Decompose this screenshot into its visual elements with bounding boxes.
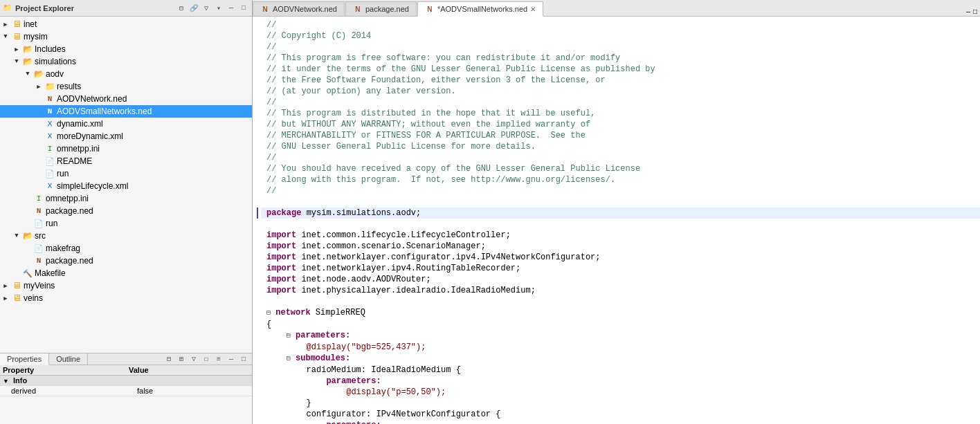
inet-project-icon: 🖥	[11, 19, 22, 30]
filter-icon[interactable]: ▽	[201, 3, 212, 14]
tree-item-omnetppini[interactable]: I omnetpp.ini	[0, 142, 252, 155]
gutter-1	[253, 19, 258, 30]
gutter-28	[253, 319, 258, 330]
tree-item-makefrag[interactable]: 📄 makefrag	[0, 242, 252, 255]
tree-label-simplelifecycle: simpleLifecycle.xml	[57, 181, 128, 191]
prop-icon3[interactable]: ☐	[201, 353, 212, 365]
tree-item-veins[interactable]: ▶ 🖥 veins	[0, 292, 252, 304]
main-container: 📁 Project Explorer ⊟ 🔗 ▽ ▾ — □ ▶ 🖥	[0, 0, 980, 424]
tree-item-aodvnetwork[interactable]: N AODVNetwork.ned	[0, 93, 252, 105]
gutter-18	[253, 208, 258, 219]
prop-icon1[interactable]: ⊟	[163, 353, 174, 365]
tree-item-src[interactable]: ▼ 📂 src	[0, 230, 252, 242]
tree-item-run[interactable]: 📄 run	[0, 167, 252, 180]
code-editor[interactable]: // // Copyright (C) 2014 // // This prog…	[253, 17, 980, 424]
tree-item-packagened2[interactable]: N package.ned	[0, 255, 252, 267]
maximize-icon[interactable]: □	[238, 3, 249, 14]
tree-item-readme[interactable]: 📄 README	[0, 155, 252, 167]
tree-item-myveins[interactable]: ▶ 🖥 myVeins	[0, 279, 252, 292]
tree-item-run2[interactable]: 📄 run	[0, 217, 252, 230]
line-content-22: import inet.networklayer.configurator.ip…	[261, 252, 980, 263]
expand-myveins[interactable]: ▶	[0, 282, 11, 290]
line-content-4: // This program is free software: you ca…	[261, 53, 980, 64]
minimize-icon[interactable]: —	[226, 3, 237, 14]
simplelifecycle-icon: X	[44, 181, 55, 192]
expand-includes[interactable]: ▶	[11, 46, 22, 53]
code-line-2: // Copyright (C) 2014	[253, 30, 980, 42]
expand-results[interactable]: ▶	[33, 83, 44, 91]
dynamic-xml-icon: X	[44, 118, 55, 129]
minimize-editor-icon[interactable]: —	[966, 8, 970, 16]
close-aodvsmall-button[interactable]: ✕	[530, 6, 536, 13]
line-content-17	[261, 196, 980, 208]
expand-mysim[interactable]: ▼	[0, 33, 11, 40]
view-menu-icon[interactable]: ▾	[213, 3, 224, 14]
project-explorer-toolbar: ⊟ 🔗 ▽ ▾ — □	[176, 3, 249, 14]
maximize-editor-icon[interactable]: □	[973, 8, 977, 16]
tree-item-aodvsmallnetworks[interactable]: N AODVSmallNetworks.ned	[0, 105, 252, 118]
tab-outline[interactable]: Outline	[49, 353, 88, 365]
gutter-26	[253, 296, 258, 307]
src-icon: 📂	[22, 230, 33, 241]
tree-item-makefile[interactable]: 🔨 Makefile	[0, 267, 252, 279]
tree-label-packagened2: package.ned	[46, 256, 93, 266]
tree-item-aodv[interactable]: ▼ 📂 aodv	[0, 68, 252, 80]
line-content-35: }	[261, 398, 980, 409]
line-content-6: // the Free Software Foundation, either …	[261, 75, 980, 86]
expand-veins[interactable]: ▶	[0, 295, 11, 302]
prop-icon2[interactable]: ⊞	[176, 353, 187, 365]
line-content-30: @display("bgb=525,437");	[261, 342, 980, 353]
line-content-21: import inet.common.scenario.ScenarioMana…	[261, 241, 980, 252]
tree-label-dynamic: dynamic.xml	[57, 119, 103, 129]
prop-menu-icon[interactable]: ≡	[213, 353, 224, 365]
collapse-all-icon[interactable]: ⊟	[176, 3, 187, 14]
expand-simulations[interactable]: ▼	[11, 58, 22, 65]
code-line-19	[253, 219, 980, 230]
gutter-30	[253, 342, 258, 353]
tree-label-simulations: simulations	[35, 57, 76, 66]
expand-src[interactable]: ▼	[11, 232, 22, 239]
tree-item-omnetppini2[interactable]: I omnetpp.ini	[0, 192, 252, 205]
run2-icon: 📄	[33, 218, 44, 229]
gutter-23	[253, 263, 258, 274]
tree-item-includes[interactable]: ▶ 📂 Includes	[0, 43, 252, 55]
tree-item-mysim[interactable]: ▼ 🖥 mysim	[0, 30, 252, 43]
link-editor-icon[interactable]: 🔗	[188, 3, 199, 14]
tree-item-packagened[interactable]: N package.ned	[0, 205, 252, 217]
code-line-29: ⊟ parameters:	[253, 330, 980, 342]
prop-maximize-icon[interactable]: □	[238, 353, 249, 365]
code-line-8: //	[253, 97, 980, 108]
gutter-25	[253, 285, 258, 296]
tree-item-dynamic[interactable]: X dynamic.xml	[0, 118, 252, 130]
prop-minimize-icon[interactable]: —	[226, 353, 237, 365]
line-content-24: import inet.node.aodv.AODVRouter;	[261, 274, 980, 285]
tab-packagened[interactable]: N package.ned	[345, 1, 417, 16]
tree-item-results[interactable]: ▶ 📁 results	[0, 80, 252, 93]
code-line-33: parameters:	[253, 376, 980, 387]
tree-item-inet[interactable]: ▶ 🖥 inet	[0, 18, 252, 30]
tree-label-run: run	[57, 169, 69, 178]
properties-panel: Properties Outline ⊟ ⊞ ▽ ☐ ≡ — □	[0, 353, 252, 424]
info-expand-icon[interactable]: ▼	[3, 378, 9, 385]
tab-properties[interactable]: Properties	[0, 353, 49, 365]
line-content-26	[261, 296, 980, 307]
mysim-project-icon: 🖥	[11, 31, 22, 42]
line-content-1: //	[261, 19, 980, 30]
line-content-37: parameters:	[261, 420, 980, 424]
code-line-12: // GNU Lesser General Public License for…	[253, 141, 980, 152]
expand-aodv[interactable]: ▼	[22, 71, 33, 77]
tab-aodvsmallnetworks[interactable]: N *AODVSmallNetworks.ned ✕	[417, 1, 543, 17]
prop-filter-icon[interactable]: ▽	[188, 353, 199, 365]
tree-item-moredynamic[interactable]: X moreDynamic.xml	[0, 130, 252, 142]
tab-aodvnetwork[interactable]: N AODVNetwork.ned	[253, 1, 345, 16]
gutter-37	[253, 420, 258, 424]
line-content-15: // along with this program. If not, see …	[261, 174, 980, 185]
tree-label-packagened: package.ned	[46, 206, 93, 216]
tree-label-readme: README	[57, 156, 92, 166]
line-content-18: package mysim.simulations.aodv;	[261, 208, 980, 219]
expand-inet[interactable]: ▶	[0, 21, 11, 28]
tree-item-simplelifecycle[interactable]: X simpleLifecycle.xml	[0, 180, 252, 192]
code-line-3: //	[253, 42, 980, 53]
gutter-12	[253, 141, 258, 152]
tree-item-simulations[interactable]: ▼ 📂 simulations	[0, 55, 252, 68]
